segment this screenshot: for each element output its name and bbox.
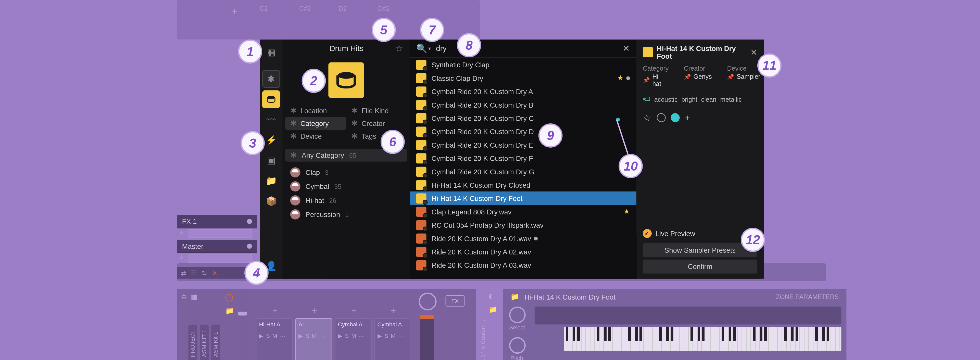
drum-category-icon[interactable] — [262, 90, 280, 108]
solo-button[interactable]: S — [305, 333, 309, 339]
filter-category[interactable]: ✱Category — [285, 117, 347, 130]
favorite-star-icon[interactable]: ☆ — [643, 113, 652, 122]
select-knob[interactable] — [509, 307, 526, 323]
close-icon[interactable]: ✕ — [751, 48, 757, 57]
add-icon[interactable]: + — [685, 113, 690, 123]
more-icon[interactable]: ⋯ — [398, 333, 404, 339]
show-sampler-presets-button[interactable]: Show Sampler Presets — [643, 243, 757, 257]
result-item[interactable]: Cymbal Ride 20 K Custom Dry C — [410, 111, 636, 125]
filter-device[interactable]: ✱Device — [285, 130, 347, 143]
side-label-kit2[interactable]: ASM Kit 1 — [211, 324, 220, 360]
result-item[interactable]: Ride 20 K Custom Dry A 01.wav — [410, 232, 636, 245]
result-item[interactable]: Cymbal Ride 20 K Custom Dry G — [410, 165, 636, 178]
result-item[interactable]: Clap Legend 808 Dry.wav★ — [410, 205, 636, 218]
tag[interactable]: acoustic — [654, 96, 678, 103]
drum-pad[interactable]: Cymbal A... ▶SM⋯ Percussi... — [335, 318, 372, 360]
pad-add-icon[interactable]: + — [391, 305, 396, 316]
crown-icon[interactable]: ♔ — [181, 293, 187, 301]
drum-pad[interactable]: Cymbal A... ▶SM⋯ Hi-Hat A... — [374, 318, 411, 360]
side-label-kit[interactable]: ASM KIT 1 — [200, 324, 208, 360]
result-item[interactable]: Hi-Hat 14 K Custom Dry Closed — [410, 178, 636, 192]
power-icon[interactable] — [225, 294, 233, 301]
filter-creator[interactable]: ✱Creator — [346, 117, 407, 130]
category-cymbal[interactable]: Cymbal35 — [285, 179, 407, 193]
result-item[interactable]: Synthetic Dry Clap — [410, 58, 636, 71]
mute-button[interactable]: M — [351, 333, 356, 339]
result-item[interactable]: Ride 20 K Custom Dry A 02.wav — [410, 245, 636, 258]
color-circle-teal-icon[interactable] — [671, 113, 680, 122]
pad-add-icon[interactable]: + — [312, 305, 317, 316]
drum-pad[interactable]: A1 ▶SM⋯ Snare AS... — [295, 318, 332, 360]
filter-location[interactable]: ✱Location — [285, 104, 347, 117]
package-icon[interactable]: 📦 — [262, 192, 280, 210]
category-percussion[interactable]: Percussion1 — [285, 207, 407, 221]
more-icon[interactable]: ⋯ — [280, 333, 285, 339]
mute-button[interactable]: M — [272, 333, 277, 339]
result-item[interactable]: Hi-Hat 14 K Custom Dry Foot — [410, 192, 636, 205]
search-dropdown-icon[interactable]: ▾ — [428, 45, 431, 51]
master-track-header[interactable]: Master — [177, 240, 257, 253]
waveform-display[interactable] — [535, 307, 842, 325]
vertical-slider[interactable] — [239, 293, 246, 360]
result-item[interactable]: Cymbal Ride 20 K Custom Dry D — [410, 125, 636, 138]
pad-add-icon[interactable]: + — [351, 305, 356, 316]
mute-button[interactable]: M — [391, 333, 396, 339]
result-item[interactable]: Cymbal Ride 20 K Custom Dry F — [410, 151, 636, 165]
category-clap[interactable]: Clap3 — [285, 165, 407, 179]
tag[interactable]: clean — [701, 96, 716, 103]
confirm-button[interactable]: Confirm — [643, 260, 757, 274]
delete-icon[interactable]: ✕ — [212, 270, 217, 276]
settings-icon[interactable]: ⇄ — [181, 270, 186, 276]
result-item[interactable]: RC Cut 054 Pnotap Dry Illspark.wav — [410, 218, 636, 232]
result-item[interactable]: Ride 20 K Custom Dry A 03.wav — [410, 258, 636, 271]
play-icon[interactable]: ▶ — [259, 333, 263, 339]
search-icon[interactable]: 🔍 — [416, 43, 427, 54]
search-clear-icon[interactable]: ✕ — [622, 43, 630, 54]
fx-button[interactable]: FX — [445, 295, 465, 307]
result-item[interactable]: Cymbal Ride 20 K Custom Dry E — [410, 138, 636, 151]
play-icon[interactable]: ▶ — [338, 333, 342, 339]
side-label-project[interactable]: PROJECT — [188, 324, 197, 360]
tag[interactable]: metallic — [720, 96, 742, 103]
folder-icon[interactable]: 📁 — [262, 172, 280, 190]
asterisk-icon[interactable]: ✱ — [262, 70, 280, 88]
folder-icon[interactable]: 📁 — [511, 293, 519, 301]
category-hihat[interactable]: Hi-hat26 — [285, 193, 407, 207]
result-item[interactable]: Cymbal Ride 20 K Custom Dry B — [410, 98, 636, 111]
keyboard-icon[interactable]: ▥ — [191, 293, 197, 301]
pad-add-icon[interactable]: + — [272, 305, 277, 316]
add-tab-button[interactable]: + — [232, 6, 237, 18]
fx-volume-slider[interactable] — [188, 229, 252, 238]
moon-icon[interactable]: ☾ — [489, 293, 495, 301]
color-circle-icon[interactable] — [657, 113, 666, 122]
grid-icon[interactable]: ▦ — [262, 43, 280, 61]
drum-pad[interactable]: Hi-Hat A... ▶SM⋯ Percussi... — [256, 318, 293, 360]
list-icon[interactable]: ☰ — [191, 270, 196, 276]
plug-icon[interactable]: ⚡ — [262, 131, 280, 149]
piano-keyboard[interactable] — [564, 327, 842, 351]
pin-icon[interactable]: 📌 — [643, 77, 650, 83]
fx-knob[interactable] — [419, 293, 437, 311]
pitch-knob[interactable] — [509, 337, 526, 354]
pin-icon[interactable]: 📌 — [727, 73, 734, 80]
fx-track-header[interactable]: FX 1 — [177, 215, 257, 228]
refresh-icon[interactable]: ↻ — [202, 270, 207, 276]
pin-icon[interactable]: 📌 — [684, 73, 691, 80]
result-item[interactable]: Classic Clap Dry★ — [410, 71, 636, 84]
favorite-star-icon[interactable]: ☆ — [395, 43, 403, 54]
folder-icon[interactable]: 📁 — [225, 307, 234, 315]
play-icon[interactable]: ▶ — [298, 333, 303, 339]
live-preview-toggle[interactable]: ✓ Live Preview — [643, 227, 757, 240]
folder-icon[interactable]: 📁 — [489, 305, 498, 314]
solo-button[interactable]: S — [345, 333, 349, 339]
preset-icon[interactable]: ▣ — [262, 151, 280, 169]
mute-button[interactable]: M — [312, 333, 317, 339]
result-item[interactable]: Cymbal Ride 20 K Custom Dry A — [410, 85, 636, 98]
master-volume-slider[interactable] — [188, 254, 252, 263]
solo-button[interactable]: S — [384, 333, 388, 339]
play-icon[interactable]: ▶ — [377, 333, 382, 339]
wave-icon[interactable]: 〰 — [262, 111, 280, 128]
filter-filekind[interactable]: ✱File Kind — [346, 104, 407, 117]
more-icon[interactable]: ⋯ — [359, 333, 364, 339]
tag[interactable]: bright — [681, 96, 697, 103]
